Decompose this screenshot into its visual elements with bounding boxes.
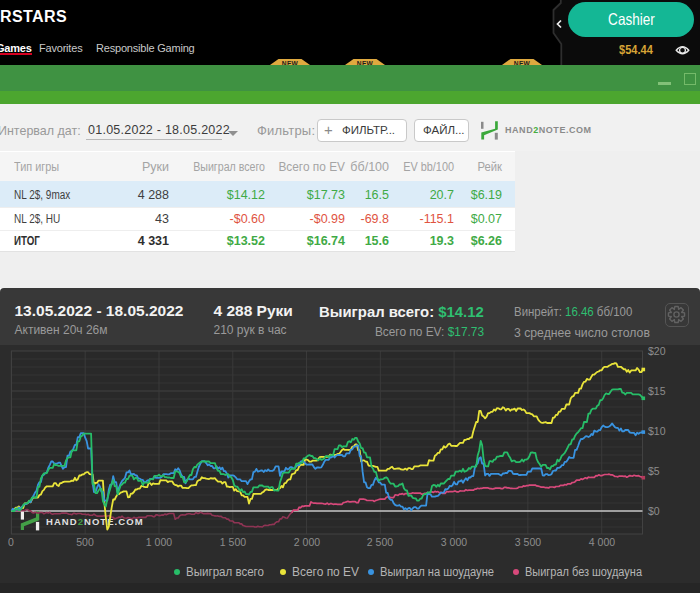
svg-text:0: 0 xyxy=(8,536,14,548)
svg-text:1 000: 1 000 xyxy=(146,536,172,548)
svg-text:$0: $0 xyxy=(648,505,660,517)
svg-text:1 500: 1 500 xyxy=(220,536,246,548)
svg-text:Всего по EV: Всего по EV xyxy=(292,565,359,579)
svg-text:3 000: 3 000 xyxy=(441,536,467,548)
svg-text:500: 500 xyxy=(76,536,94,548)
svg-text:4 000: 4 000 xyxy=(589,536,615,548)
svg-text:Выиграл на шоудауне: Выиграл на шоудауне xyxy=(380,565,494,579)
svg-text:$10: $10 xyxy=(648,425,666,437)
svg-text:$15: $15 xyxy=(648,385,666,397)
svg-text:2 500: 2 500 xyxy=(367,536,393,548)
svg-text:$5: $5 xyxy=(648,465,660,477)
svg-text:Выиграл всего: Выиграл всего xyxy=(186,565,264,579)
svg-text:Выиграл без шоудауна: Выиграл без шоудауна xyxy=(525,565,642,579)
svg-text:2 000: 2 000 xyxy=(294,536,320,548)
svg-text:3 500: 3 500 xyxy=(515,536,541,548)
svg-text:$20: $20 xyxy=(648,345,666,357)
